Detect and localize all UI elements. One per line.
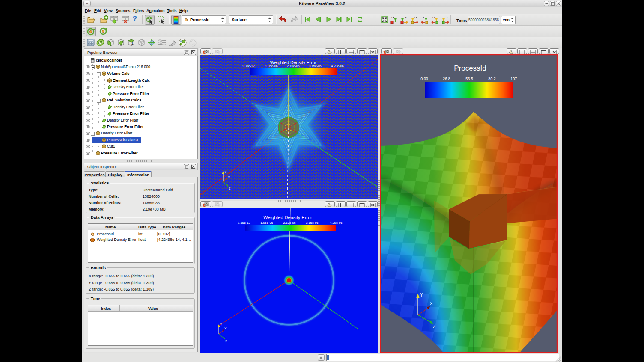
svg-text:+Z: +Z xyxy=(432,16,435,19)
svg-text:1.38e-12: 1.38e-12 xyxy=(242,64,255,68)
svg-text:80.2: 80.2 xyxy=(488,77,496,81)
svg-text:1.05e-06: 1.05e-06 xyxy=(265,64,278,68)
svg-text:2.10e-06: 2.10e-06 xyxy=(283,221,296,225)
svg-text:Y: Y xyxy=(420,293,423,297)
svg-text:0.00: 0.00 xyxy=(420,77,428,81)
svg-text:Z: Z xyxy=(225,340,227,343)
svg-text:X: X xyxy=(430,301,433,306)
svg-text:3.15e-06: 3.15e-06 xyxy=(309,64,322,68)
svg-text:Weighted Density Error: Weighted Density Error xyxy=(263,215,312,220)
svg-text:Y: Y xyxy=(224,170,227,173)
svg-text:+Y: +Y xyxy=(414,16,417,19)
svg-text:-Z: -Z xyxy=(445,16,448,19)
svg-text:2.10e-06: 2.10e-06 xyxy=(287,64,300,68)
svg-text:1: 1 xyxy=(131,42,133,45)
svg-text:X: X xyxy=(224,327,227,330)
svg-text:Z: Z xyxy=(433,324,435,329)
svg-text:1.05e-06: 1.05e-06 xyxy=(260,221,273,225)
svg-text:53.5: 53.5 xyxy=(465,77,473,81)
svg-text:107.: 107. xyxy=(510,77,518,81)
svg-text:1.38e-12: 1.38e-12 xyxy=(238,221,250,225)
svg-text:X: X xyxy=(228,176,230,179)
svg-text:+X: +X xyxy=(391,16,394,19)
svg-text:4.20e-06: 4.20e-06 xyxy=(331,64,344,68)
svg-text:Z: Z xyxy=(229,187,231,190)
svg-text:-Y: -Y xyxy=(422,16,424,19)
svg-text:-X: -X xyxy=(404,16,407,19)
svg-text:3.15e-06: 3.15e-06 xyxy=(306,221,319,225)
svg-text:26.8: 26.8 xyxy=(443,77,450,81)
svg-text:ProcessId: ProcessId xyxy=(454,64,486,72)
svg-text:Y: Y xyxy=(220,323,222,326)
svg-text:4.20e-06: 4.20e-06 xyxy=(330,221,343,225)
